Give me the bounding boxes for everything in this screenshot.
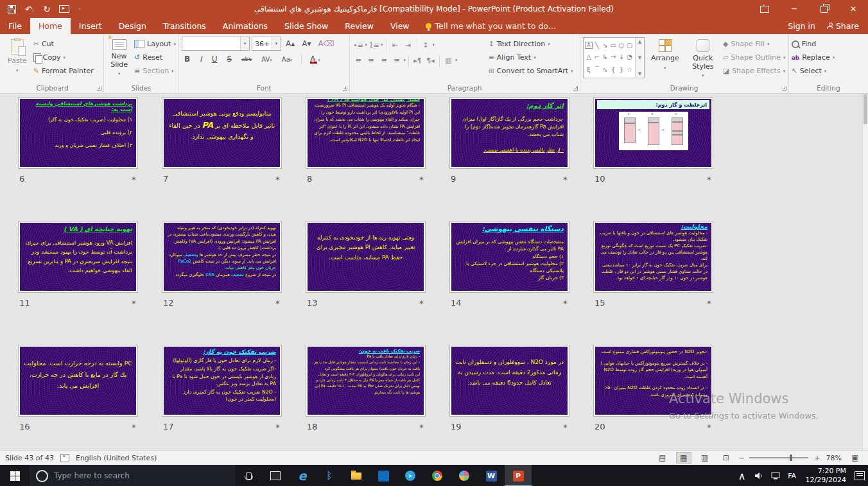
shape-elbow-arrow-icon[interactable]: ↳	[602, 53, 607, 60]
shapes-gallery[interactable]: A╲↘▭○▢△⌐↳→↓◔ξ⌒∿{}☆ ▲ ▼ ▼	[583, 37, 645, 78]
share-button[interactable]: Share	[827, 21, 859, 31]
shape-arrow-icon[interactable]: ↘	[602, 42, 607, 49]
convert-to-smartart-button[interactable]: ⊞Convert to SmartArt▾	[489, 64, 577, 78]
microphone-button[interactable]	[235, 465, 262, 486]
tab-insert[interactable]: Insert	[71, 18, 110, 34]
undo-button[interactable]: ↶▾	[25, 4, 34, 14]
paragraph-dialog-launcher[interactable]	[573, 86, 578, 91]
slide-thumbnail[interactable]: متابوليسم ودفع يونی هوشبر استنشاقی تاثير…	[162, 97, 282, 169]
numbering-button[interactable]: 1≡	[368, 39, 380, 51]
taskbar-edge[interactable]: e	[289, 465, 316, 486]
shape-down-arrow-icon[interactable]: ↓	[619, 53, 624, 60]
reading-view-button[interactable]: ▥	[697, 452, 713, 464]
tab-transitions[interactable]: Transitions	[155, 18, 214, 34]
arrange-button[interactable]: Arrange▾	[647, 36, 683, 72]
taskbar-file-explorer[interactable]	[343, 465, 370, 486]
columns-button[interactable]: ▥	[442, 55, 455, 67]
align-text-button[interactable]: ≡Align Text▾	[489, 51, 577, 64]
find-button[interactable]: Find	[792, 37, 835, 51]
shape-outline-button[interactable]: ▱Shape Outline▾	[723, 51, 786, 64]
change-case-button[interactable]: Aa▾	[279, 55, 295, 64]
italic-button[interactable]: I	[197, 54, 205, 64]
font-size-combo[interactable]: 36+▾	[252, 37, 281, 51]
animation-star-icon[interactable]: ✶	[275, 299, 281, 307]
animation-star-icon[interactable]: ✶	[419, 299, 424, 307]
clipboard-dialog-launcher[interactable]	[97, 86, 101, 91]
animation-star-icon[interactable]: ✶	[419, 422, 424, 431]
slide-thumbnail[interactable]: ضريب تفکيک بافت به خون:- زمان لازم برای …	[306, 345, 426, 417]
slide-sorter-view-button[interactable]: ▦	[676, 452, 691, 464]
ribbon-display-options-button[interactable]	[750, 0, 779, 18]
shape-star-icon[interactable]: ☆	[627, 66, 632, 73]
shape-arc-icon[interactable]: ⌒	[594, 65, 600, 74]
animation-star-icon[interactable]: ✶	[562, 422, 568, 431]
network-button[interactable]	[767, 472, 784, 480]
font-name-combo[interactable]: ▾	[182, 37, 250, 51]
decrease-indent-button[interactable]: ⇤	[389, 39, 401, 51]
shape-effects-button[interactable]: ◪Shape Effects▾	[723, 64, 786, 78]
new-slide-button[interactable]: New Slide▾	[107, 36, 132, 78]
text-direction-button[interactable]: ↕Text Direction▾	[489, 37, 577, 51]
zoom-slider-thumb[interactable]	[790, 455, 792, 461]
tab-animations[interactable]: Animations	[214, 18, 276, 34]
taskbar-word[interactable]: W	[478, 465, 505, 486]
start-button[interactable]	[0, 465, 30, 486]
zoom-out-button[interactable]: ─	[740, 454, 744, 462]
slide-show-button[interactable]: ⊡	[718, 452, 734, 464]
shrink-font-button[interactable]: A▾	[299, 39, 313, 49]
align-right-button[interactable]: ≡	[378, 55, 390, 67]
layout-button[interactable]: Layout▾	[134, 37, 176, 51]
shape-rounded-rectangle-icon[interactable]: ▢	[627, 42, 632, 49]
font-color-button[interactable]: A ▾	[308, 55, 322, 64]
shape-right-arrow-icon[interactable]: →	[611, 53, 616, 60]
language-indicator[interactable]: English (United States)	[76, 454, 157, 462]
text-shadow-button[interactable]: abc	[239, 55, 254, 63]
tab-view[interactable]: View	[382, 18, 418, 34]
shape-rectangle-icon[interactable]: ▭	[610, 42, 616, 49]
task-view-button[interactable]	[262, 465, 289, 486]
tell-me-box[interactable]: Tell me what you want to do...	[418, 18, 564, 34]
grow-font-button[interactable]: A▴	[283, 39, 297, 49]
select-button[interactable]: ↖Select▾	[792, 64, 835, 78]
redo-button[interactable]: ↻	[43, 4, 50, 14]
tab-slide-show[interactable]: Slide Show	[276, 18, 336, 34]
clear-formatting-button[interactable]: A⌫	[315, 39, 336, 49]
animation-star-icon[interactable]: ✶	[706, 175, 712, 183]
slide-thumbnail[interactable]: اثر گاز دوم:-برداشت حجم بزرگی از يک گاز(…	[449, 97, 569, 169]
animation-star-icon[interactable]: ✶	[131, 299, 137, 307]
drawing-dialog-launcher[interactable]	[782, 86, 786, 91]
scrollbar-thumb[interactable]	[864, 94, 867, 124]
taskbar-powerpoint[interactable]: P	[505, 465, 532, 486]
slide-thumbnail[interactable]: تهويه حبابچه اي ( VA )افزايش VA ورود هوش…	[18, 221, 138, 293]
shape-scribble-icon[interactable]: ξ	[587, 66, 591, 73]
tab-home[interactable]: Home	[30, 18, 71, 34]
restore-button[interactable]	[809, 0, 838, 18]
replace-button[interactable]: abReplace▾	[792, 51, 835, 64]
slide-thumbnail[interactable]: دستگاه تنفسی بيهوشي:مشخصات دستگاه تنفس ب…	[449, 221, 569, 293]
vertical-scrollbar[interactable]	[862, 94, 868, 450]
animation-star-icon[interactable]: ✶	[131, 422, 137, 431]
action-center-button[interactable]	[851, 471, 868, 480]
volume-button[interactable]	[751, 472, 767, 480]
line-spacing-button[interactable]: ↕	[420, 39, 432, 51]
shape-triangle-icon[interactable]: △	[586, 53, 591, 60]
animation-star-icon[interactable]: ✶	[562, 175, 568, 183]
slide-thumbnail[interactable]: تهويه کنترله (در برابر خودبخودی) که منجر…	[162, 221, 282, 293]
cut-button[interactable]: ✂Cut	[33, 37, 94, 51]
taskbar-app-blue[interactable]	[370, 465, 397, 486]
shape-text-box-icon[interactable]: A	[585, 42, 592, 49]
underline-button[interactable]: U	[209, 54, 220, 64]
slide-thumbnail[interactable]: اثرغلظت و گاز دوم:ABC→→	[593, 97, 713, 169]
taskbar-clock[interactable]: 7:20 PM 12/29/2024	[801, 467, 851, 485]
tab-review[interactable]: Review	[336, 18, 382, 34]
taskbar-bluetooth[interactable]: ᛒ	[316, 465, 343, 486]
slide-thumbnail[interactable]: ضريب تفکيک خون به گاز:- زمان لازم برای ت…	[162, 345, 282, 417]
taskbar-chrome[interactable]	[424, 465, 451, 486]
start-from-beginning-icon[interactable]	[59, 5, 69, 13]
slide-thumbnail[interactable]: وقتی تهويه ريه ها از خودبخودی به کنترله …	[306, 221, 426, 293]
shape-pie-icon[interactable]: ◔	[627, 53, 632, 60]
animation-star-icon[interactable]: ✶	[706, 422, 712, 431]
shape-line-icon[interactable]: ╲	[595, 42, 599, 49]
minimize-button[interactable]: ─	[779, 0, 809, 18]
spell-check-icon[interactable]	[60, 454, 69, 462]
